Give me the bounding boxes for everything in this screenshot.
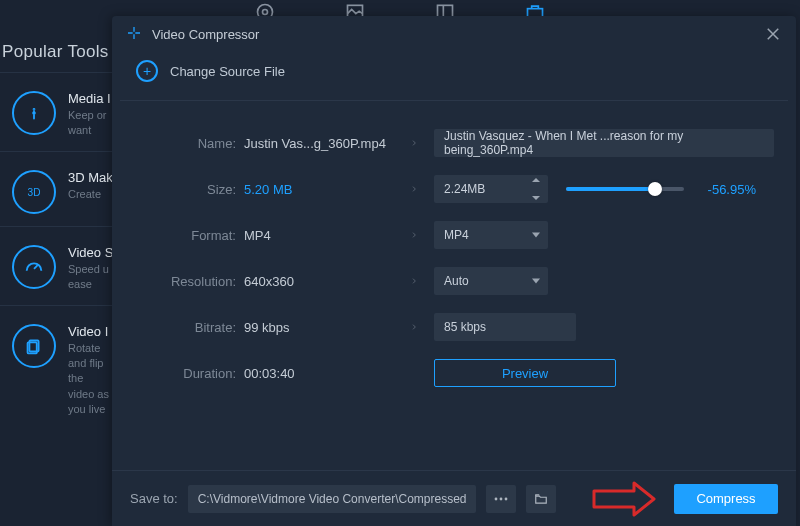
tool-item-desc: Create bbox=[68, 187, 112, 202]
chevron-right-icon bbox=[402, 275, 426, 287]
chevron-down-icon bbox=[532, 233, 540, 238]
tool-item-media-info[interactable]: Media I Keep or want bbox=[0, 72, 112, 151]
plus-icon: + bbox=[136, 60, 158, 82]
size-change-pct: -56.95% bbox=[702, 182, 756, 197]
row-format: Format: MP4 MP4 bbox=[136, 221, 772, 249]
target-resolution-select[interactable]: Auto bbox=[434, 267, 548, 295]
target-name-input[interactable]: Justin Vasquez - When I Met ...reason fo… bbox=[434, 129, 774, 157]
svg-point-12 bbox=[504, 497, 507, 500]
dialog-bottom-bar: Save to: C:\Vidmore\Vidmore Video Conver… bbox=[112, 470, 796, 526]
tool-item-label: Video S bbox=[68, 245, 112, 260]
video-compressor-dialog: Video Compressor + Change Source File Na… bbox=[112, 16, 796, 526]
compress-button[interactable]: Compress bbox=[674, 484, 778, 514]
row-bitrate: Bitrate: 99 kbps 85 kbps bbox=[136, 313, 772, 341]
label-name: Name: bbox=[136, 136, 236, 151]
tool-item-label: Media I bbox=[68, 91, 112, 106]
svg-text:3D: 3D bbox=[28, 186, 41, 197]
label-resolution: Resolution: bbox=[136, 274, 236, 289]
compressor-icon bbox=[126, 25, 142, 44]
target-format-select[interactable]: MP4 bbox=[434, 221, 548, 249]
label-duration: Duration: bbox=[136, 366, 236, 381]
row-size: Size: 5.20 MB 2.24MB -56.95% bbox=[136, 175, 772, 203]
close-button[interactable] bbox=[764, 25, 782, 43]
target-format-value: MP4 bbox=[444, 228, 469, 242]
svg-point-1 bbox=[263, 10, 268, 15]
source-size: 5.20 MB bbox=[244, 182, 394, 197]
change-source-label: Change Source File bbox=[170, 64, 285, 79]
label-bitrate: Bitrate: bbox=[136, 320, 236, 335]
sidebar-section-title: Popular Tools bbox=[0, 28, 112, 72]
label-format: Format: bbox=[136, 228, 236, 243]
tool-item-desc: Speed u ease bbox=[68, 262, 112, 293]
tool-item-desc: Keep or want bbox=[68, 108, 112, 139]
row-resolution: Resolution: 640x360 Auto bbox=[136, 267, 772, 295]
chevron-right-icon bbox=[402, 321, 426, 333]
dialog-titlebar: Video Compressor bbox=[112, 16, 796, 52]
tool-item-label: Video I bbox=[68, 324, 112, 339]
row-name: Name: Justin Vas...g_360P.mp4 Justin Vas… bbox=[136, 129, 772, 157]
stepper-arrows[interactable] bbox=[532, 178, 544, 200]
more-button[interactable] bbox=[486, 485, 516, 513]
tool-item-video-speed[interactable]: Video S Speed u ease bbox=[0, 226, 112, 305]
svg-point-10 bbox=[494, 497, 497, 500]
chevron-down-icon bbox=[532, 279, 540, 284]
row-duration: Duration: 00:03:40 Preview bbox=[136, 359, 772, 387]
label-size: Size: bbox=[136, 182, 236, 197]
save-to-label: Save to: bbox=[130, 491, 178, 506]
svg-point-6 bbox=[34, 109, 35, 110]
source-bitrate: 99 kbps bbox=[244, 320, 394, 335]
tool-item-video-rotate[interactable]: Video I Rotate and flip the video as you… bbox=[0, 305, 112, 430]
3d-icon: 3D bbox=[12, 170, 56, 214]
form-area: Name: Justin Vas...g_360P.mp4 Justin Vas… bbox=[112, 101, 796, 470]
sidebar: Popular Tools Media I Keep or want 3D 3D… bbox=[0, 28, 112, 526]
tool-item-desc: Rotate and flip the video as you live bbox=[68, 341, 112, 418]
source-name: Justin Vas...g_360P.mp4 bbox=[244, 136, 394, 151]
source-resolution: 640x360 bbox=[244, 274, 394, 289]
open-folder-button[interactable] bbox=[526, 485, 556, 513]
target-resolution-value: Auto bbox=[444, 274, 469, 288]
dialog-title: Video Compressor bbox=[152, 27, 259, 42]
chevron-right-icon bbox=[402, 183, 426, 195]
target-size-stepper[interactable]: 2.24MB bbox=[434, 175, 548, 203]
source-format: MP4 bbox=[244, 228, 394, 243]
tool-item-3d-maker[interactable]: 3D 3D Mak Create bbox=[0, 151, 112, 226]
chevron-right-icon bbox=[402, 137, 426, 149]
source-duration: 00:03:40 bbox=[244, 366, 394, 381]
annotation-arrow bbox=[590, 479, 658, 519]
save-to-path[interactable]: C:\Vidmore\Vidmore Video Converter\Compr… bbox=[188, 485, 476, 513]
gauge-icon bbox=[12, 245, 56, 289]
info-icon bbox=[12, 91, 56, 135]
size-slider[interactable] bbox=[566, 187, 684, 191]
svg-point-5 bbox=[33, 112, 35, 114]
target-bitrate-input[interactable]: 85 kbps bbox=[434, 313, 576, 341]
target-size-value: 2.24MB bbox=[444, 182, 485, 196]
preview-button[interactable]: Preview bbox=[434, 359, 616, 387]
tool-item-label: 3D Mak bbox=[68, 170, 112, 185]
rotate-icon bbox=[12, 324, 56, 368]
change-source-row[interactable]: + Change Source File bbox=[120, 52, 788, 101]
chevron-right-icon bbox=[402, 229, 426, 241]
svg-point-11 bbox=[499, 497, 502, 500]
